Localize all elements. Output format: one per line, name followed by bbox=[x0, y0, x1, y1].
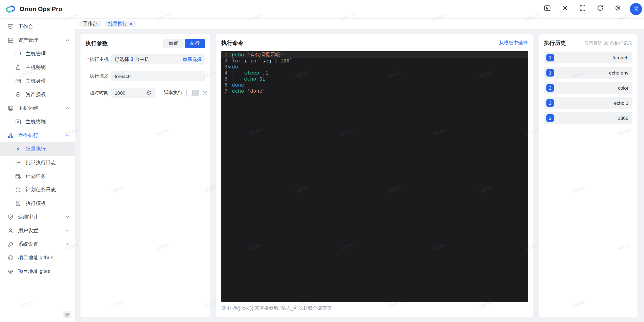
host-count-badge: 2 bbox=[546, 84, 554, 92]
select-from-template-link[interactable]: 从模板中选择 bbox=[499, 40, 528, 46]
host-count: 3 bbox=[131, 56, 133, 62]
app-window: Orion Ops Pro bbox=[0, 0, 644, 322]
fold-open-icon[interactable] bbox=[227, 64, 232, 70]
sidebar-item[interactable]: 项目地址 gitee bbox=[0, 264, 75, 278]
history-record-row[interactable]: 2 color bbox=[544, 82, 632, 94]
chevron-up-icon bbox=[65, 106, 69, 110]
history-record-row[interactable]: 1 foreach bbox=[544, 52, 632, 63]
execution-history-panel: 执行历史 展示最近 20 条执行记录 1 foreach 1 bbox=[539, 34, 637, 317]
header-action-button[interactable] bbox=[614, 5, 622, 13]
script-exec-toggle[interactable] bbox=[186, 89, 199, 96]
sidebar-item[interactable]: 主机身份 bbox=[0, 74, 75, 88]
editor-line[interactable]: 4 sleep .1 bbox=[221, 70, 528, 76]
reset-button[interactable]: 重置 bbox=[163, 39, 184, 48]
host-identity-icon bbox=[15, 78, 21, 84]
editor-line[interactable]: 2for i in `seq 1 100` bbox=[221, 58, 528, 64]
line-number: 3 bbox=[221, 64, 227, 70]
code-text: for i in `seq 1 100` bbox=[232, 58, 293, 64]
sidebar-item[interactable]: 计划任务 bbox=[0, 169, 75, 183]
sidebar-item[interactable]: 用户设置 bbox=[0, 224, 75, 237]
editor-line[interactable]: 6done bbox=[221, 82, 528, 88]
editor-line[interactable]: 1echo '有代码提示哦~' bbox=[221, 52, 528, 58]
sidebar-item[interactable]: 资产管理 bbox=[0, 33, 75, 47]
selected-hosts-text: 已选择3台主机 bbox=[115, 56, 149, 63]
app-logo[interactable]: Orion Ops Pro bbox=[5, 5, 62, 13]
sidebar-item[interactable]: 主机秘钥 bbox=[0, 60, 75, 74]
fullscreen-icon bbox=[579, 5, 586, 14]
sidebar-item[interactable]: 计划任务日志 bbox=[0, 183, 75, 196]
theme-toggle-icon bbox=[561, 5, 569, 14]
history-record-row[interactable]: 1 echo env bbox=[544, 67, 632, 79]
history-record-row[interactable]: 2 echo 1 bbox=[544, 97, 632, 109]
reselect-hosts-link[interactable]: 重新选择 bbox=[183, 56, 202, 63]
history-panel-subtitle: 展示最近 20 条执行记录 bbox=[584, 40, 632, 47]
logo-icon bbox=[5, 5, 16, 13]
workbench-icon bbox=[8, 23, 14, 29]
sidebar-item[interactable]: 工作台 bbox=[0, 20, 75, 33]
sidebar-item[interactable]: 主机管理 bbox=[0, 47, 75, 60]
chevron-up-icon bbox=[65, 133, 69, 137]
description-field-label: 执行描述 bbox=[86, 73, 109, 79]
host-count-badge: 2 bbox=[546, 114, 554, 122]
history-record-label: foreach bbox=[613, 55, 628, 60]
page-tab[interactable]: 工作台 bbox=[79, 21, 101, 27]
top-header: Orion Ops Pro bbox=[0, 0, 644, 19]
header-action-button[interactable] bbox=[543, 5, 551, 13]
sidebar-item[interactable]: 批量执行 bbox=[0, 142, 75, 156]
batch-exec-icon bbox=[15, 146, 21, 152]
system-settings-icon bbox=[8, 241, 14, 247]
sidebar-item[interactable]: 系统设置 bbox=[0, 237, 75, 251]
chevron-up-icon bbox=[65, 38, 69, 42]
host-count-badge: 2 bbox=[546, 99, 554, 107]
line-number: 6 bbox=[221, 82, 227, 88]
history-record-label: 1360 bbox=[618, 115, 628, 121]
sidebar: 工作台 资产管理 主机管理 bbox=[0, 19, 75, 322]
editor-line[interactable]: 5 echo $i bbox=[221, 76, 528, 82]
tab-bar: 工作台 批量执行 bbox=[75, 19, 644, 30]
command-exec-icon bbox=[8, 132, 14, 138]
cron-log-icon bbox=[15, 187, 21, 193]
sidebar-collapse-button[interactable] bbox=[63, 311, 71, 318]
sidebar-item[interactable]: 执行模板 bbox=[0, 196, 75, 210]
script-exec-label: 脚本执行 bbox=[164, 89, 183, 96]
sidebar-item[interactable]: 命令执行 bbox=[0, 128, 75, 142]
line-number: 1 bbox=[221, 52, 227, 58]
collapse-sidebar-icon bbox=[65, 312, 70, 317]
line-number: 4 bbox=[221, 70, 227, 76]
header-action-button[interactable] bbox=[596, 5, 604, 13]
editor-line[interactable]: 7echo 'done' bbox=[221, 88, 528, 94]
close-icon[interactable] bbox=[129, 22, 133, 26]
sidebar-item[interactable]: 项目地址 github bbox=[0, 251, 75, 264]
code-text: done bbox=[232, 82, 244, 88]
app-title: Orion Ops Pro bbox=[20, 6, 62, 13]
sidebar-item[interactable]: 批量执行日志 bbox=[0, 156, 75, 169]
line-number: 5 bbox=[221, 76, 227, 82]
editor-line[interactable]: 3do bbox=[221, 64, 528, 70]
terminal-window-icon bbox=[544, 5, 551, 14]
exec-template-icon bbox=[15, 200, 21, 206]
page-tab[interactable]: 批量执行 bbox=[104, 21, 136, 27]
sidebar-item[interactable]: 主机终端 bbox=[0, 115, 75, 128]
required-mark: * bbox=[87, 56, 89, 62]
host-field-label: *执行主机 bbox=[86, 56, 109, 63]
line-number: 2 bbox=[221, 58, 227, 64]
selected-hosts-field[interactable]: 已选择3台主机 重新选择 bbox=[111, 54, 205, 64]
sidebar-item[interactable]: 运维审计 bbox=[0, 210, 75, 224]
refresh-icon bbox=[597, 5, 604, 14]
asset-management-icon bbox=[8, 37, 14, 43]
shell-code-editor[interactable]: 1echo '有代码提示哦~'2for i in `seq 1 100`3do4… bbox=[221, 51, 528, 302]
host-key-icon bbox=[15, 64, 21, 70]
timeout-input[interactable] bbox=[111, 90, 140, 95]
sidebar-item[interactable]: 资产授权 bbox=[0, 88, 75, 101]
description-input[interactable] bbox=[111, 71, 205, 81]
execute-button[interactable]: 执行 bbox=[185, 39, 205, 48]
asset-auth-icon bbox=[15, 91, 21, 97]
user-avatar[interactable]: 管 bbox=[630, 3, 642, 15]
settings-gear-icon bbox=[614, 5, 621, 14]
question-circle-icon[interactable] bbox=[202, 90, 208, 95]
history-record-row[interactable]: 2 1360 bbox=[544, 112, 632, 124]
header-action-button[interactable] bbox=[561, 5, 569, 13]
header-action-button[interactable] bbox=[579, 5, 587, 13]
sidebar-item[interactable]: 主机运维 bbox=[0, 101, 75, 115]
chevron-down-icon bbox=[65, 242, 69, 246]
